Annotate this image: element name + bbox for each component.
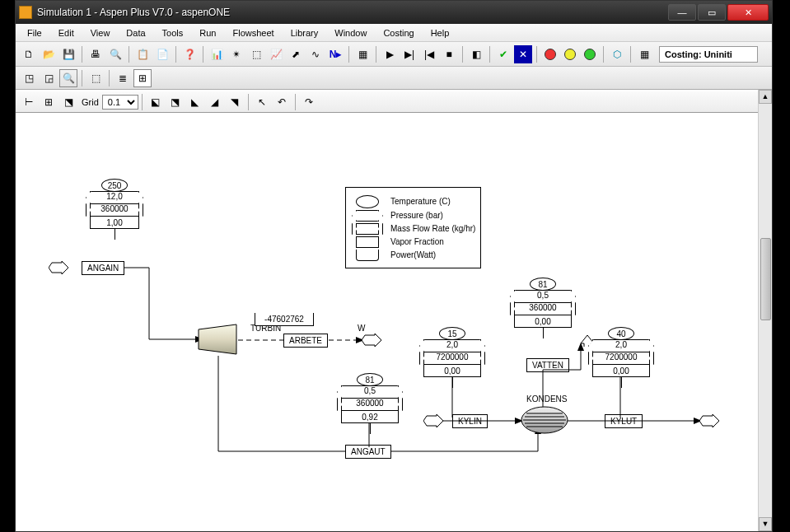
grid-label: Grid xyxy=(82,97,99,107)
vertical-scrollbar[interactable]: ▲ ▼ xyxy=(758,90,772,531)
angaut-stick xyxy=(368,422,370,447)
tool-e-button[interactable]: ∿ xyxy=(306,45,325,63)
rotate-1[interactable]: ⬕ xyxy=(147,93,165,111)
secondary-toolbar: ◳ ◲ 🔍 ⬚ ≣ ⊞ xyxy=(16,67,772,90)
menu-tools[interactable]: Tools xyxy=(154,26,192,40)
stream-angain-data[interactable]: 250 12,0 360000 1,00 xyxy=(90,179,139,240)
run-stop-button[interactable]: ■ xyxy=(440,45,458,63)
redo-button[interactable]: ↷ xyxy=(300,93,318,111)
new-button[interactable]: 🗋 xyxy=(20,45,38,63)
kylin-stick xyxy=(451,376,454,418)
w-label: W xyxy=(358,324,365,333)
menu-library[interactable]: Library xyxy=(283,26,327,40)
save-button[interactable]: 💾 xyxy=(59,45,77,63)
legend-temperature: Temperature (C) xyxy=(351,195,475,208)
cancel-x-button[interactable]: ✕ xyxy=(514,45,532,63)
menu-data[interactable]: Data xyxy=(118,26,153,40)
paste-button[interactable]: 📄 xyxy=(153,45,171,63)
snap-tool-2[interactable]: ⊞ xyxy=(40,93,58,111)
line-angain-turbin xyxy=(123,257,205,348)
app-icon xyxy=(19,6,32,19)
line-kylin xyxy=(442,418,525,426)
sec-tool-4[interactable]: ⬚ xyxy=(86,69,105,87)
tool-d-button[interactable]: ⬈ xyxy=(287,45,305,63)
sec-tool-6[interactable]: ⊞ xyxy=(133,69,152,87)
print-button[interactable]: 🖶 xyxy=(86,45,105,63)
grid-select[interactable]: 0.1 xyxy=(102,95,138,110)
grid-tool-button[interactable]: ▦ xyxy=(635,45,653,63)
tool-a-button[interactable]: ✴ xyxy=(227,45,245,63)
stream-arbete-label[interactable]: ARBETE xyxy=(283,334,328,348)
sec-tool-5[interactable]: ≣ xyxy=(114,69,132,87)
sec-tool-1[interactable]: ◳ xyxy=(20,69,38,87)
title-bar[interactable]: Simulation 1 - Aspen Plus V7.0 - aspenON… xyxy=(16,1,772,24)
check-button[interactable]: ✔ xyxy=(494,45,512,63)
menu-flowsheet[interactable]: Flowsheet xyxy=(224,26,282,40)
window-title: Simulation 1 - Aspen Plus V7.0 - aspenON… xyxy=(37,7,666,18)
tool-b-button[interactable]: ⬚ xyxy=(247,45,265,63)
scroll-thumb[interactable] xyxy=(760,238,771,320)
main-toolbar: 🗋 📂 💾 🖶 🔍 📋 📄 ❓ 📊 ✴ ⬚ 📈 ⬈ ∿ N▸ ▦ ▶ ▶| |◀… xyxy=(16,42,772,67)
menu-window[interactable]: Window xyxy=(326,26,375,40)
status-yellow-icon[interactable] xyxy=(561,45,579,63)
undo-button[interactable]: ↶ xyxy=(273,93,291,111)
menu-costing[interactable]: Costing xyxy=(375,26,422,40)
line-kylut xyxy=(568,418,708,426)
rotate-3[interactable]: ◣ xyxy=(186,93,204,111)
pointer-tool[interactable]: ↖ xyxy=(253,93,271,111)
preview-button[interactable]: 🔍 xyxy=(106,45,124,63)
tool-c-button[interactable]: 📈 xyxy=(267,45,285,63)
scroll-down-button[interactable]: ▼ xyxy=(759,517,772,531)
menu-file[interactable]: File xyxy=(19,26,50,40)
minimize-button[interactable]: — xyxy=(668,4,696,21)
grid-toolbar: ⊢ ⊞ ⬔ Grid 0.1 ⬕ ⬔ ◣ ◢ ◥ ↖ ↶ ↷ xyxy=(16,90,772,113)
close-button[interactable]: ✕ xyxy=(727,4,769,21)
open-button[interactable]: 📂 xyxy=(40,45,58,63)
menu-help[interactable]: Help xyxy=(423,26,458,40)
snap-tool-3[interactable]: ⬔ xyxy=(59,93,77,111)
legend-massflow: Mass Flow Rate (kg/hr) xyxy=(351,223,475,234)
legend-vaporfrac: Vapor Fraction xyxy=(351,236,475,247)
line-vatten xyxy=(541,337,591,411)
menu-bar: File Edit View Data Tools Run Flowsheet … xyxy=(16,24,772,42)
zoom-button[interactable]: 🔍 xyxy=(59,69,77,87)
next-button[interactable]: N▸ xyxy=(326,45,344,63)
menu-run[interactable]: Run xyxy=(191,26,224,40)
sec-tool-2[interactable]: ◲ xyxy=(40,69,58,87)
feed-arrow-icon xyxy=(49,261,68,274)
legend-pressure: Pressure (bar) xyxy=(351,210,475,221)
tool-f-button[interactable]: ▦ xyxy=(353,45,372,63)
copy-button[interactable]: 📋 xyxy=(133,45,152,63)
status-green-icon[interactable] xyxy=(581,45,599,63)
status-red-icon[interactable] xyxy=(541,45,559,63)
results-button[interactable]: ◧ xyxy=(467,45,485,63)
rotate-2[interactable]: ⬔ xyxy=(166,93,185,111)
rotate-4[interactable]: ◢ xyxy=(206,93,224,111)
product-arrow-w-icon xyxy=(362,334,381,347)
menu-edit[interactable]: Edit xyxy=(50,26,82,40)
feed-arrow-kylin-icon xyxy=(423,414,443,427)
turbine-block[interactable] xyxy=(197,323,238,356)
legend-box: Temperature (C) Pressure (bar) Mass Flow… xyxy=(345,187,481,268)
run-reset-button[interactable]: |◀ xyxy=(420,45,438,63)
legend-power: Power(Watt) xyxy=(351,250,475,260)
flowsheet-canvas[interactable]: Temperature (C) Pressure (bar) Mass Flow… xyxy=(16,113,757,531)
arbete-power-value[interactable]: -47602762 xyxy=(255,313,314,326)
costing-status: Costing: Uniniti xyxy=(659,46,758,63)
scroll-up-button[interactable]: ▲ xyxy=(759,90,772,104)
kylut-stick xyxy=(619,376,622,418)
data-browser-button[interactable]: 📊 xyxy=(208,45,226,63)
stream-angaut-data[interactable]: 81 0,5 360000 0,92 xyxy=(341,373,399,434)
help-button[interactable]: ❓ xyxy=(180,45,199,63)
stream-angain-label[interactable]: ANGAIN xyxy=(82,261,124,275)
maximize-button[interactable]: ▭ xyxy=(698,4,726,21)
run-start-button[interactable]: ▶ xyxy=(381,45,399,63)
snap-tool-1[interactable]: ⊢ xyxy=(20,93,38,111)
costing-icon-button[interactable]: ⬡ xyxy=(608,45,626,63)
run-step-button[interactable]: ▶| xyxy=(400,45,418,63)
menu-view[interactable]: View xyxy=(82,26,119,40)
rotate-5[interactable]: ◥ xyxy=(226,93,244,111)
product-arrow-kylut-icon xyxy=(699,414,719,427)
app-window: Simulation 1 - Aspen Plus V7.0 - aspenON… xyxy=(15,0,773,532)
stream-vatten-data[interactable]: 81 0,5 360000 0,00 xyxy=(514,278,572,338)
